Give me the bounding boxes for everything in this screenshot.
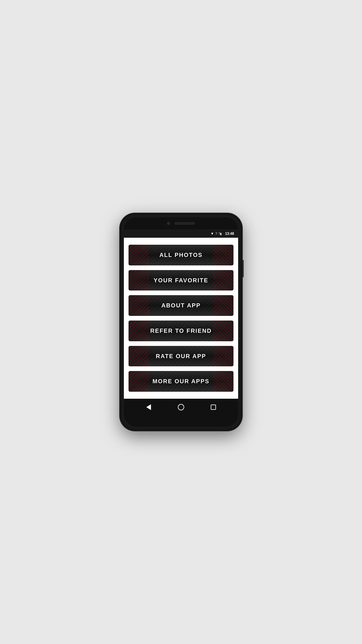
- back-icon: [146, 404, 151, 410]
- screen-content: ALL PHOTOS YOUR FAVORITE ABOUT APP REFER…: [124, 238, 238, 399]
- status-bar: ▼ ? ?▮ 13:48: [124, 230, 238, 238]
- all-photos-label: ALL PHOTOS: [159, 252, 203, 258]
- about-app-label: ABOUT APP: [161, 302, 201, 309]
- phone-top-bar: [124, 217, 238, 230]
- home-icon: [178, 404, 184, 410]
- more-our-apps-label: MORE OUR APPS: [152, 378, 209, 385]
- signal-icon: ?: [215, 232, 217, 235]
- camera-icon: [167, 222, 170, 225]
- battery-icon: ?▮: [219, 232, 222, 235]
- all-photos-button[interactable]: ALL PHOTOS: [129, 245, 233, 265]
- rate-our-app-button[interactable]: RATE OUR APP: [129, 346, 233, 367]
- refer-to-friend-label: REFER TO FRIEND: [150, 328, 212, 334]
- speaker-grille: [175, 222, 195, 225]
- bottom-nav: [124, 399, 238, 416]
- your-favorite-button[interactable]: YOUR FAVORITE: [129, 270, 233, 291]
- status-icons: ▼ ? ?▮ 13:48: [210, 232, 234, 236]
- recents-icon: [211, 405, 216, 410]
- refer-to-friend-button[interactable]: REFER TO FRIEND: [129, 321, 233, 341]
- about-app-button[interactable]: ABOUT APP: [129, 295, 233, 316]
- your-favorite-label: YOUR FAVORITE: [154, 277, 208, 284]
- more-our-apps-button[interactable]: MORE OUR APPS: [129, 371, 233, 392]
- home-button[interactable]: [177, 403, 185, 412]
- status-time: 13:48: [225, 232, 234, 236]
- back-button[interactable]: [144, 403, 153, 412]
- rate-our-app-label: RATE OUR APP: [156, 353, 206, 360]
- phone-screen: ▼ ? ?▮ 13:48 ALL PHOTOS YOUR FAVORITE AB…: [124, 217, 238, 427]
- phone-device: ▼ ? ?▮ 13:48 ALL PHOTOS YOUR FAVORITE AB…: [120, 213, 242, 431]
- recents-button[interactable]: [209, 403, 218, 412]
- wifi-icon: ▼: [210, 232, 214, 236]
- phone-chin: [124, 416, 238, 427]
